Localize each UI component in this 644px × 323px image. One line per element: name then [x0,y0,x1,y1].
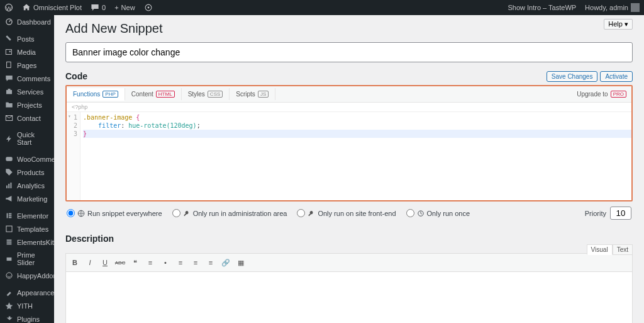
sidebar-item-primeslider[interactable]: Prime Slider [0,249,54,269]
activate-button[interactable]: Activate [600,71,633,82]
svg-rect-6 [7,62,11,67]
page-title: Add New Snippet [65,21,633,36]
sidebar-item-yith[interactable]: YITH [0,299,54,312]
ul-button[interactable]: • [159,256,172,269]
tab-scripts[interactable]: ScriptsJS [230,88,275,100]
code-box: FunctionsPHP ContentHTML StylesCSS Scrip… [65,85,633,201]
sidebar-item-templates[interactable]: Templates [0,222,54,235]
svg-rect-14 [7,213,8,218]
strike-button[interactable]: ABC [114,256,126,269]
tab-functions[interactable]: FunctionsPHP [67,88,125,101]
svg-rect-4 [6,50,11,55]
sidebar-item-comments[interactable]: Comments [0,72,54,85]
admin-bar: Omniscient Plot 0 +New Show Intro – Tast… [0,0,644,15]
save-changes-button[interactable]: Save Changes [547,71,598,82]
site-name-link[interactable]: Omniscient Plot [18,0,86,15]
link-button[interactable]: 🔗 [219,256,232,269]
aligncenter-button[interactable]: ≡ [189,256,202,269]
php-badge: PHP [103,91,118,98]
code-breadcrumb: <?php [67,103,631,112]
sidebar-item-elementor[interactable]: Elementor [0,209,54,222]
svg-rect-11 [6,186,8,189]
sidebar-item-appearance[interactable]: Appearance [0,286,54,299]
sidebar-item-analytics[interactable]: Analytics [0,179,54,192]
svg-point-5 [9,51,11,53]
code-line: filter: hue-rotate(120deg); [83,122,631,130]
quote-button[interactable]: ❝ [129,256,142,269]
sidebar-item-pages[interactable]: Pages [0,59,54,72]
run-frontend-radio[interactable]: Only run on site front-end [297,209,396,217]
snippet-title-input[interactable] [65,42,633,62]
avatar [631,3,640,12]
desc-tab-visual[interactable]: Visual [587,244,613,255]
comments-count: 0 [102,4,106,11]
desc-tab-text[interactable]: Text [613,244,633,255]
code-editor[interactable]: ▾ 1 2 3 .banner-image { filter: hue-rota… [67,112,631,200]
account-link[interactable]: Howdy, admin [580,0,644,15]
sidebar-item-contact[interactable]: Contact [0,111,54,125]
description-heading: Description [65,234,633,244]
show-intro-link[interactable]: Show Intro – TasteWP [503,0,580,15]
sidebar-item-dashboard[interactable]: Dashboard [0,15,54,28]
html-badge: HTML [156,91,175,98]
site-name: Omniscient Plot [33,4,82,11]
sidebar-item-posts[interactable]: Posts [0,32,54,45]
sidebar-item-services[interactable]: Services [0,85,54,98]
alignright-button[interactable]: ≡ [204,256,217,269]
sidebar-item-woocommerce[interactable]: WooCommerce [0,152,54,166]
line-gutter: ▾ 1 2 3 [67,112,80,200]
wp-logo[interactable] [0,0,18,15]
run-everywhere-radio[interactable]: Run snippet everywhere [67,209,162,217]
priority-input[interactable] [610,207,631,220]
svg-rect-16 [9,215,12,217]
sidebar-item-products[interactable]: Products [0,166,54,179]
underline-button[interactable]: U [99,256,111,269]
sidebar-item-quickstart[interactable]: Quick Start [0,128,54,149]
svg-point-20 [6,273,12,278]
run-admin-radio[interactable]: Only run in administration area [172,209,287,217]
run-once-radio[interactable]: Only run once [406,209,470,217]
alignleft-button[interactable]: ≡ [174,256,187,269]
svg-rect-15 [9,213,12,215]
description-textarea[interactable] [65,272,633,323]
italic-button[interactable]: I [84,256,96,269]
plus-icon: + [114,4,118,11]
editor-toolbar: B I U ABC ❝ ≡ • ≡ ≡ ≡ 🔗 ▦ [65,253,633,272]
js-badge: JS [258,91,269,98]
sidebar-item-elementskit[interactable]: ElementsKit [0,235,54,249]
ol-button[interactable]: ≡ [144,256,157,269]
code-line: .banner-image { [83,113,631,122]
view-link[interactable] [140,0,157,15]
tab-styles[interactable]: StylesCSS [182,88,230,100]
svg-rect-12 [8,184,9,188]
svg-rect-18 [6,226,12,232]
fold-icon[interactable]: ▾ [68,113,71,119]
code-line: } [83,130,631,138]
svg-rect-8 [8,89,11,90]
css-badge: CSS [208,91,223,98]
pro-badge: PRO [611,91,626,98]
new-link[interactable]: +New [110,0,139,15]
sidebar-item-projects[interactable]: Projects [0,98,54,111]
svg-rect-17 [9,217,12,218]
admin-menu: Dashboard Posts Media Pages Comments Ser… [0,15,54,323]
sidebar-item-media[interactable]: Media [0,45,54,59]
svg-rect-7 [6,90,12,94]
svg-rect-13 [10,183,11,188]
more-button[interactable]: ▦ [235,256,247,269]
svg-rect-19 [7,257,12,260]
priority-label: Priority [585,210,606,217]
help-toggle[interactable]: Help ▾ [604,19,633,30]
sidebar-item-happyaddons[interactable]: HappyAddons [0,269,54,282]
svg-rect-10 [6,157,12,161]
bold-button[interactable]: B [69,256,81,269]
sidebar-item-marketing[interactable]: Marketing [0,192,54,205]
tab-content[interactable]: ContentHTML [125,88,182,100]
sidebar-item-plugins[interactable]: Plugins [0,312,54,323]
upgrade-link[interactable]: Upgrade toPRO [577,91,631,98]
svg-point-2 [147,7,149,9]
comments-link[interactable]: 0 [86,0,110,15]
